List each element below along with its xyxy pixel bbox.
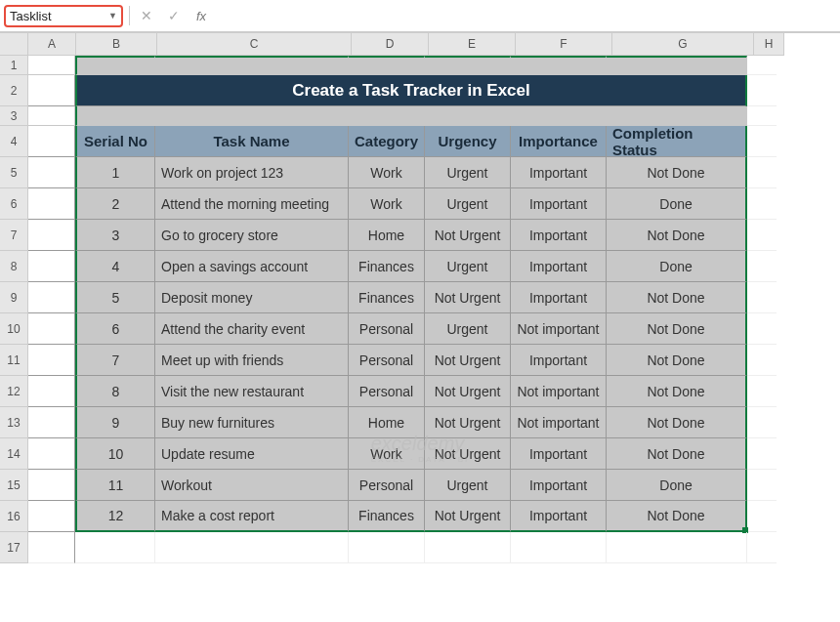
cell[interactable] [28,157,75,188]
cell-importance[interactable]: Important [511,438,607,470]
cell-importance[interactable]: Important [511,157,607,188]
header-cell[interactable]: Completion Status [607,126,747,157]
cell-status[interactable]: Not Done [607,376,747,407]
row-header[interactable]: 3 [0,106,28,126]
cell[interactable] [747,56,777,75]
cell-urgency[interactable]: Not Urgent [425,345,511,376]
cell-importance[interactable]: Important [511,220,607,251]
header-cell[interactable]: Serial No [75,126,155,157]
cell[interactable] [28,313,75,345]
cell[interactable] [28,532,75,563]
cell-category[interactable]: Personal [349,313,425,345]
cell-task[interactable]: Open a savings account [155,251,349,282]
cell-status[interactable]: Not Done [607,438,747,470]
cell-serial[interactable]: 6 [75,313,155,345]
cell[interactable] [425,56,511,75]
cell-status[interactable]: Not Done [607,220,747,251]
cell-status[interactable]: Not Done [607,313,747,345]
row-header[interactable]: 17 [0,532,28,563]
chevron-down-icon[interactable]: ▼ [108,11,117,21]
cell-urgency[interactable]: Urgent [425,157,511,188]
cell-task[interactable]: Make a cost report [155,501,349,532]
cell-category[interactable]: Finances [349,282,425,313]
cell-status[interactable]: Not Done [607,157,747,188]
cell[interactable] [28,282,75,313]
title-cell[interactable]: Create a Task Tracker in Excel [75,75,747,106]
cell-urgency[interactable]: Not Urgent [425,376,511,407]
fx-icon[interactable]: fx [190,9,212,23]
cell-importance[interactable]: Important [511,501,607,532]
cell-serial[interactable]: 2 [75,188,155,220]
col-header[interactable]: C [157,33,352,56]
cell-status[interactable]: Done [607,188,747,220]
cell[interactable] [747,532,777,563]
cell-category[interactable]: Home [349,220,425,251]
cell[interactable] [28,126,75,157]
col-header[interactable]: A [28,33,76,56]
cell[interactable] [75,56,155,75]
row-header[interactable]: 16 [0,501,28,532]
col-header[interactable]: F [516,33,612,56]
cell-importance[interactable]: Important [511,345,607,376]
cell[interactable] [28,75,75,106]
cell-importance[interactable]: Important [511,188,607,220]
cell[interactable] [28,345,75,376]
cell[interactable] [747,470,777,501]
cell-task[interactable]: Update resume [155,438,349,470]
cell-urgency[interactable]: Urgent [425,188,511,220]
cell-task[interactable]: Workout [155,470,349,501]
cell[interactable] [511,56,607,75]
cell-importance[interactable]: Important [511,470,607,501]
name-box[interactable]: Tasklist ▼ [4,5,123,27]
row-header[interactable]: 2 [0,75,28,106]
cell-status[interactable]: Done [607,251,747,282]
cell-urgency[interactable]: Not Urgent [425,407,511,438]
cell-status[interactable]: Not Done [607,501,747,532]
row-header[interactable]: 15 [0,470,28,501]
cell-task[interactable]: Meet up with friends [155,345,349,376]
cell-category[interactable]: Work [349,438,425,470]
cell[interactable] [155,56,349,75]
row-header[interactable]: 6 [0,188,28,220]
cell-task[interactable]: Attend the morning meeting [155,188,349,220]
cell-urgency[interactable]: Urgent [425,470,511,501]
cell-serial[interactable]: 1 [75,157,155,188]
cell-urgency[interactable]: Not Urgent [425,501,511,532]
cell-category[interactable]: Work [349,188,425,220]
cell-importance[interactable]: Not important [511,376,607,407]
cell[interactable] [349,532,425,563]
cell-status[interactable]: Not Done [607,345,747,376]
cell[interactable] [511,106,607,126]
cell-importance[interactable]: Not important [511,313,607,345]
cell-task[interactable]: Visit the new restaurant [155,376,349,407]
cell[interactable] [425,106,511,126]
col-header[interactable]: D [352,33,429,56]
cell-importance[interactable]: Important [511,282,607,313]
cell[interactable] [28,501,75,532]
cell[interactable] [155,532,349,563]
cell[interactable] [747,313,777,345]
cell[interactable] [28,376,75,407]
cell-status[interactable]: Not Done [607,407,747,438]
cell[interactable] [425,532,511,563]
cell-serial[interactable]: 9 [75,407,155,438]
cell-status[interactable]: Not Done [607,282,747,313]
cell-urgency[interactable]: Not Urgent [425,438,511,470]
cell[interactable] [155,106,349,126]
cell-importance[interactable]: Not important [511,407,607,438]
cell-serial[interactable]: 8 [75,376,155,407]
cell[interactable] [607,56,747,75]
row-header[interactable]: 5 [0,157,28,188]
row-header[interactable]: 13 [0,407,28,438]
cell[interactable] [607,532,747,563]
cell[interactable] [747,501,777,532]
cell-category[interactable]: Home [349,407,425,438]
select-all-button[interactable] [0,33,28,56]
cell-task[interactable]: Go to grocery store [155,220,349,251]
header-cell[interactable]: Category [349,126,425,157]
cell-serial[interactable]: 12 [75,501,155,532]
row-header[interactable]: 8 [0,251,28,282]
col-header[interactable]: G [612,33,754,56]
cell[interactable] [75,106,155,126]
col-header[interactable]: E [429,33,516,56]
